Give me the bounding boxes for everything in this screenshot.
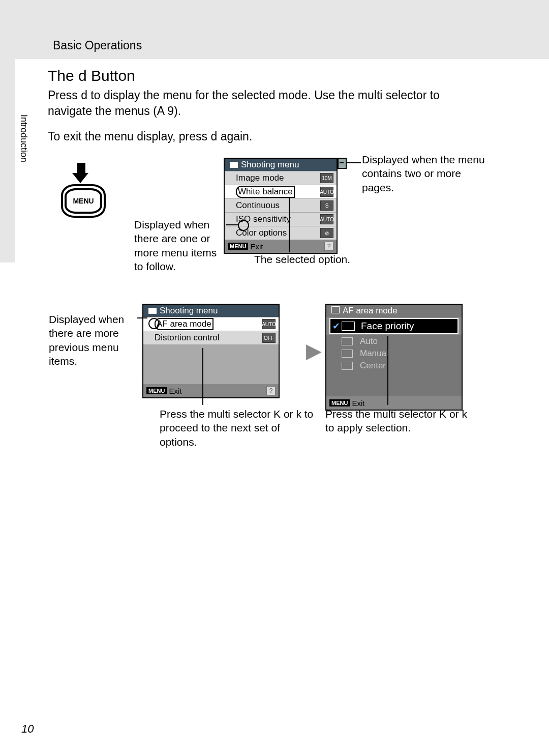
menu-item-badge: ⊘	[320, 228, 333, 238]
exit-label: Exit	[352, 399, 364, 408]
camera-icon	[148, 308, 157, 314]
lcd-screen-1: Shooting menu Image mode10M White balanc…	[224, 158, 338, 254]
option-icon	[342, 322, 355, 331]
menu-item-label: Image mode	[225, 173, 320, 183]
option-label: Center	[360, 361, 386, 371]
exit-label: Exit	[250, 242, 263, 251]
lcd2-title-text: Shooting menu	[160, 306, 218, 315]
section-header: Basic Operations	[53, 39, 142, 52]
menu-item-selected: White balanceAUTO	[225, 185, 337, 198]
menu-item-selected: AF area modeAUTO	[143, 317, 279, 331]
arrow-down-icon	[76, 163, 86, 183]
menu-item-label: White balance	[236, 186, 295, 198]
callout-line	[346, 162, 361, 163]
option-label: Face priority	[361, 321, 414, 332]
menu-item-badge: AUTO	[262, 319, 276, 329]
lcd-screen-2: Shooting menu AF area modeAUTO Distortio…	[142, 304, 280, 398]
menu-tag-icon: MENU	[329, 399, 350, 406]
lcd-screen-3: AF area mode ✔Face priority Auto Manual …	[325, 304, 463, 411]
chapter-side-label: Introduction	[18, 114, 29, 162]
camera-icon	[230, 162, 238, 168]
callout-circle	[238, 220, 249, 231]
lcd1-title: Shooting menu	[225, 159, 337, 171]
annotation-apply: Press the multi selector K or k to apply…	[325, 407, 478, 435]
help-icon: ?	[324, 242, 333, 251]
option-icon	[342, 350, 353, 358]
callout-circle	[148, 318, 160, 329]
menu-item-label: AF area mode	[155, 318, 214, 330]
annotation-previous: Displayed when there are more previous m…	[49, 312, 140, 368]
lcd3-title: AF area mode	[326, 305, 462, 317]
menu-button-illustration: MENU	[61, 184, 106, 218]
menu-button-label: MENU	[65, 188, 102, 214]
arrow-right-icon: ▶	[306, 339, 322, 362]
option-selected: ✔Face priority	[329, 318, 459, 334]
menu-item-label: Distortion control	[143, 333, 262, 343]
option-label: Auto	[360, 336, 378, 346]
annotation-pages: Displayed when the menu contains two or …	[362, 153, 494, 194]
menu-item-badge: AUTO	[320, 187, 333, 197]
lcd-footer: MENUExit?	[225, 240, 337, 253]
help-icon: ?	[266, 386, 276, 395]
menu-item: Image mode10M	[225, 171, 337, 185]
callout-line	[289, 197, 290, 252]
menu-tag-icon: MENU	[146, 387, 167, 394]
intro-paragraph-1: Press d to display the menu for the sele…	[48, 88, 475, 119]
lcd-footer: MENUExit?	[143, 384, 279, 397]
option-icon	[342, 362, 353, 370]
intro-paragraph-2: To exit the menu display, press d again.	[48, 130, 475, 143]
page-indicator-icon	[338, 158, 347, 169]
menu-item: Distortion controlOFF	[143, 331, 279, 344]
callout-line	[226, 224, 239, 225]
menu-item-badge: S	[320, 200, 333, 211]
menu-item-badge: OFF	[262, 333, 276, 343]
af-icon	[331, 306, 340, 313]
menu-tag-icon: MENU	[228, 243, 248, 250]
menu-item-label: Color options	[225, 228, 320, 238]
menu-item-label: Continuous	[225, 200, 320, 211]
option-icon	[342, 337, 353, 345]
lcd2-title: Shooting menu	[143, 305, 279, 317]
option-row: Auto	[326, 335, 462, 347]
menu-item-badge: AUTO	[320, 214, 333, 224]
menu-item: ContinuousS	[225, 198, 337, 212]
page-number: 10	[21, 722, 34, 736]
page-title: The d Button	[48, 67, 135, 84]
option-row: Center	[326, 360, 462, 372]
annotation-follow: Displayed when there are one or more men…	[134, 218, 226, 273]
lcd1-title-text: Shooting menu	[241, 160, 299, 169]
annotation-selected: The selected option.	[254, 253, 350, 266]
annotation-proceed: Press the multi selector K or k to proce…	[160, 407, 317, 449]
check-icon: ✔	[330, 321, 342, 332]
option-row: Manual	[326, 347, 462, 360]
callout-line	[202, 348, 203, 405]
menu-item-badge: 10M	[320, 173, 333, 183]
callout-line	[387, 336, 388, 405]
option-label: Manual	[360, 348, 388, 359]
exit-label: Exit	[169, 387, 181, 395]
lcd3-title-text: AF area mode	[343, 306, 398, 315]
